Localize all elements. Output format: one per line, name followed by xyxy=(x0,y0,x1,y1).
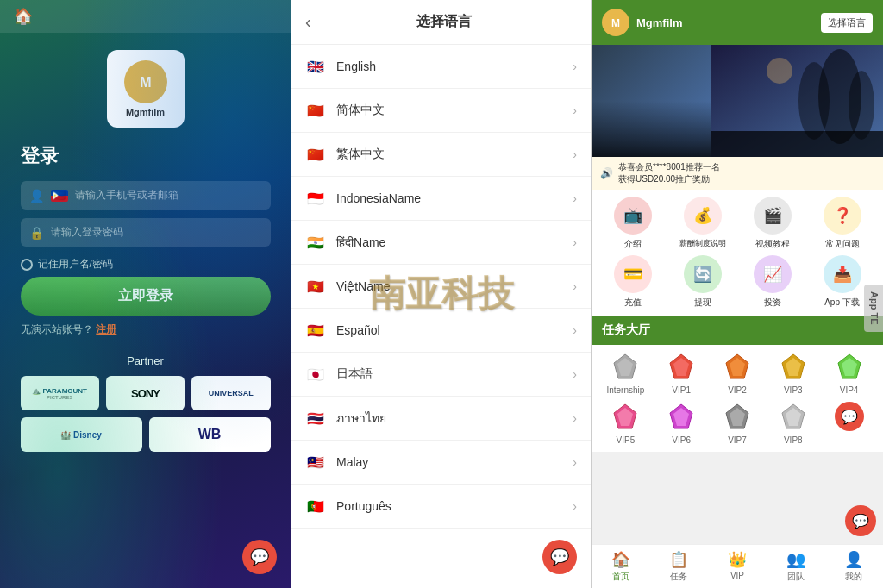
radio-button[interactable] xyxy=(21,259,33,271)
partner-disney: 🏰 Disney xyxy=(21,417,142,452)
bottom-nav: 🏠 首页 📋 任务 👑 VIP 👥 团队 👤 我的 xyxy=(592,544,883,588)
password-input-row[interactable]: 🔒 请输入登录密码 xyxy=(21,218,271,247)
nav-vip[interactable]: 👑 VIP xyxy=(708,550,767,583)
flag-vietnam: 🇻🇳 xyxy=(305,276,326,297)
flag-japanese: 🇯🇵 xyxy=(305,364,326,385)
svg-point-7 xyxy=(849,71,874,140)
chevron-japanese: › xyxy=(573,367,577,381)
chat-button[interactable]: 💬 xyxy=(242,540,277,574)
salary-label: 薪酬制度说明 xyxy=(679,238,726,249)
language-header: ‹ 选择语言 xyxy=(291,0,591,45)
flag-portuguese: 🇵🇹 xyxy=(305,496,326,516)
lang-name-english: English xyxy=(336,59,573,73)
vip8-label: VIP8 xyxy=(784,435,803,445)
home-icon[interactable]: 🏠 xyxy=(14,7,33,26)
back-button[interactable]: ‹ xyxy=(305,12,311,32)
action-invest[interactable]: 📈 投资 xyxy=(740,255,805,309)
mission-header: 任务大厅 xyxy=(592,316,883,345)
login-button[interactable]: 立即登录 xyxy=(21,277,271,316)
withdraw-icon: 🔄 xyxy=(684,255,722,293)
vip2-label: VIP2 xyxy=(728,385,747,395)
phone-input-row[interactable]: 👤 🇵🇭 请输入手机号或者邮箱 xyxy=(21,181,271,210)
vip-2[interactable]: VIP2 xyxy=(712,352,763,395)
lang-item-japanese[interactable]: 🇯🇵 日本語 › xyxy=(291,353,591,397)
remember-row[interactable]: 记住用户名/密码 xyxy=(21,257,271,272)
action-intro[interactable]: 📺 介绍 xyxy=(600,197,665,250)
app-panel-wrapper: M Mgmfilm 选择语言 xyxy=(592,0,883,588)
register-link[interactable]: 注册 xyxy=(96,323,116,335)
vip-4[interactable]: VIP4 xyxy=(824,352,874,395)
language-panel: ‹ 选择语言 🇬🇧 English › 🇨🇳 简体中文 › 🇨🇳 繁体中文 › … xyxy=(291,0,591,588)
download-label: App 下载 xyxy=(824,297,860,309)
lang-item-vietnam[interactable]: 🇻🇳 ViệtName › xyxy=(291,265,591,309)
universal-label: UNIVERSAL xyxy=(209,389,254,397)
chevron-malay: › xyxy=(573,455,577,469)
app-logo-row: M Mgmfilm xyxy=(602,9,682,36)
lang-item-espanol[interactable]: 🇪🇸 Español › xyxy=(291,309,591,353)
faq-icon: ❓ xyxy=(824,197,861,235)
vip-3[interactable]: VIP3 xyxy=(767,352,818,395)
action-withdraw[interactable]: 🔄 提现 xyxy=(670,255,735,309)
diamond-vip4 xyxy=(834,352,865,383)
app-te-label: App TE xyxy=(864,285,883,332)
vip-6[interactable]: VIP6 xyxy=(656,402,707,445)
home-bar: 🏠 xyxy=(0,0,291,33)
flag-english: 🇬🇧 xyxy=(305,56,326,77)
intro-icon: 📺 xyxy=(614,197,652,235)
nav-mine-label: 我的 xyxy=(845,571,862,583)
vip4-label: VIP4 xyxy=(840,385,859,395)
vip-chat[interactable]: 💬 xyxy=(824,402,874,445)
lang-item-traditional[interactable]: 🇨🇳 繁体中文 › xyxy=(291,133,591,177)
vip-8[interactable]: VIP8 xyxy=(767,402,818,445)
action-faq[interactable]: ❓ 常见问题 xyxy=(810,197,874,250)
chevron-vietnam: › xyxy=(573,279,577,293)
nav-task[interactable]: 📋 任务 xyxy=(650,550,709,583)
recharge-icon: 💳 xyxy=(614,255,652,293)
nav-vip-icon: 👑 xyxy=(728,550,747,569)
video-label: 视频教程 xyxy=(755,238,790,250)
app-logo-icon: M xyxy=(602,9,629,36)
lang-name-espanol: Español xyxy=(336,323,573,337)
chevron-simplified: › xyxy=(573,103,577,117)
nav-team[interactable]: 👥 团队 xyxy=(767,550,825,583)
diamond-vip2 xyxy=(722,352,753,383)
lang-name-traditional: 繁体中文 xyxy=(336,147,573,162)
vip-7[interactable]: VIP7 xyxy=(712,402,763,445)
nav-home-label: 首页 xyxy=(612,571,629,583)
lang-name-indonesia: IndonesiaName xyxy=(336,191,573,205)
lang-item-hindi[interactable]: 🇮🇳 हिंदीName › xyxy=(291,221,591,265)
vip-5[interactable]: VIP5 xyxy=(600,402,651,445)
lang-item-indonesia[interactable]: 🇮🇩 IndonesiaName › xyxy=(291,177,591,221)
nav-mine[interactable]: 👤 我的 xyxy=(824,550,883,583)
lang-name-vietnam: ViệtName xyxy=(336,279,573,293)
chevron-hindi: › xyxy=(573,235,577,249)
login-title: 登录 xyxy=(21,143,59,169)
chat-button-2[interactable]: 💬 xyxy=(542,540,577,574)
lang-item-thai[interactable]: 🇹🇭 ภาษาไทย › xyxy=(291,397,591,441)
action-salary[interactable]: 💰 薪酬制度说明 xyxy=(670,197,735,250)
partner-grid: ⛰️ PARAMOUNT PICTURES SONY UNIVERSAL xyxy=(21,376,271,410)
chat-button-3[interactable]: 💬 xyxy=(845,505,876,536)
diamond-vip3 xyxy=(778,352,809,383)
flag-indonesia: 🇮🇩 xyxy=(305,188,326,209)
nav-home[interactable]: 🏠 首页 xyxy=(592,550,650,583)
vip5-label: VIP5 xyxy=(617,435,636,445)
vip-1[interactable]: VIP1 xyxy=(656,352,707,395)
lang-item-simplified[interactable]: 🇨🇳 简体中文 › xyxy=(291,89,591,133)
diamond-vip8 xyxy=(778,402,809,433)
lang-item-malay[interactable]: 🇲🇾 Malay › xyxy=(291,441,591,485)
vip-internship[interactable]: Internship xyxy=(600,352,651,395)
lang-item-english[interactable]: 🇬🇧 English › xyxy=(291,45,591,89)
flag-thai: 🇹🇭 xyxy=(305,408,326,428)
action-grid: 📺 介绍 💰 薪酬制度说明 🎬 视频教程 ❓ 常见问题 💳 充值 🔄 提现 📈 … xyxy=(592,190,883,316)
vip7-label: VIP7 xyxy=(728,435,747,445)
language-title: 选择语言 xyxy=(311,13,577,31)
lang-select-button[interactable]: 选择语言 xyxy=(821,13,873,33)
action-recharge[interactable]: 💳 充值 xyxy=(600,255,665,309)
no-account-text: 无演示站账号？ xyxy=(21,323,93,335)
nav-team-label: 团队 xyxy=(787,571,805,583)
action-video[interactable]: 🎬 视频教程 xyxy=(740,197,805,250)
app-panel: M Mgmfilm 选择语言 xyxy=(592,0,883,588)
vip-grid-1: Internship VIP1 VIP2 xyxy=(592,345,883,402)
lang-item-portuguese[interactable]: 🇵🇹 Português › xyxy=(291,485,591,529)
